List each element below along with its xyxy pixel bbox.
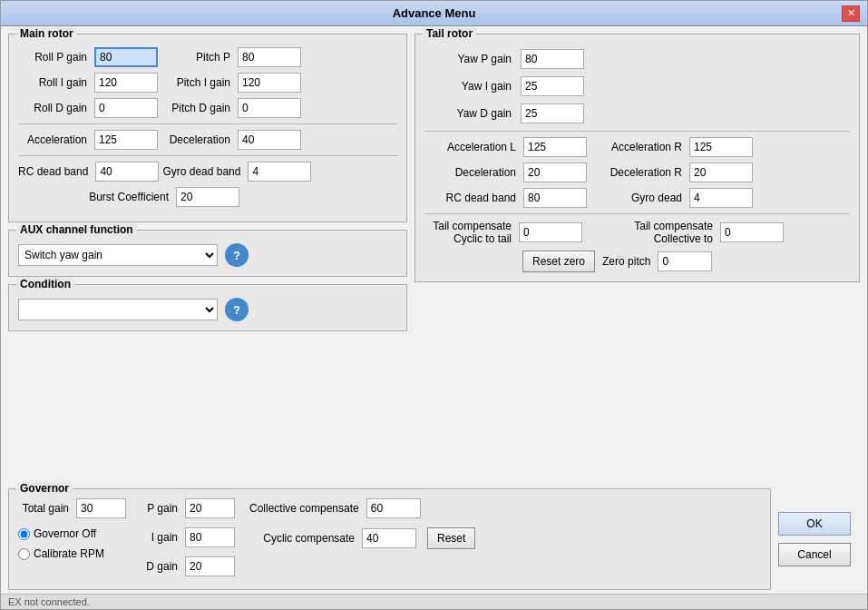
condition-help-button[interactable]: ? xyxy=(225,298,249,321)
reset-zero-row: Reset zero Zero pitch xyxy=(424,251,850,272)
governor-col2: P gain I gain D gain xyxy=(141,498,235,582)
governor-title: Governor xyxy=(16,482,73,495)
i-gain-input[interactable] xyxy=(185,527,235,547)
tail-comp-collective-label1: Tail compensate xyxy=(617,220,713,232)
acceleration-r-input[interactable] xyxy=(689,137,753,157)
acceleration-l-input[interactable] xyxy=(523,137,587,157)
acceleration-l-label: Acceleration L xyxy=(424,141,520,153)
left-panel: Main rotor Roll P gain Pitch P Roll I ga… xyxy=(8,34,407,477)
acceleration-input[interactable] xyxy=(94,130,158,150)
status-text: EX not connected. xyxy=(8,596,90,607)
ok-button[interactable]: OK xyxy=(778,512,851,536)
title-bar: Advance Menu ✕ xyxy=(1,1,867,26)
roll-d-gain-input[interactable] xyxy=(94,98,158,118)
yaw-d-gain-input[interactable] xyxy=(521,103,584,123)
close-button[interactable]: ✕ xyxy=(842,5,860,22)
acceleration-label: Acceleration xyxy=(18,133,91,146)
i-gain-row: I gain xyxy=(141,527,235,547)
d-gain-label: D gain xyxy=(141,560,181,573)
gyro-dead-band-input[interactable] xyxy=(248,162,311,182)
tail-comp-cyclic-label1: Tail compensate xyxy=(424,220,512,232)
aux-help-button[interactable]: ? xyxy=(225,243,249,267)
rc-dead-band-input[interactable] xyxy=(95,162,159,182)
roll-pitch-i-row: Roll I gain Pitch I gain xyxy=(18,73,397,93)
governor-group: Governor Total gain Governor Off Calibra… xyxy=(8,488,771,590)
yaw-i-gain-label: Yaw I gain xyxy=(424,80,515,93)
condition-title: Condition xyxy=(16,278,74,290)
pitch-i-gain-input[interactable] xyxy=(238,73,301,93)
right-panel: Tail rotor Yaw P gain Yaw I gain Yaw D xyxy=(414,34,860,477)
total-gain-input[interactable] xyxy=(76,498,126,518)
accel-decel-row: Acceleration Deceleration xyxy=(18,130,397,150)
collective-compensate-input[interactable] xyxy=(366,498,421,518)
reset-button[interactable]: Reset xyxy=(427,527,475,549)
tail-comp-cyclic-label2: Cyclic to tail xyxy=(424,232,512,245)
content-area: Main rotor Roll P gain Pitch P Roll I ga… xyxy=(1,26,867,485)
calibrate-rpm-radio[interactable] xyxy=(18,548,30,560)
governor-off-radio[interactable] xyxy=(18,528,30,540)
governor-col3: Collective compensate Cyclic compensate … xyxy=(249,498,475,555)
main-rotor-group: Main rotor Roll P gain Pitch P Roll I ga… xyxy=(8,34,407,222)
roll-d-gain-label: Roll D gain xyxy=(18,102,91,114)
window-title: Advance Menu xyxy=(26,6,842,20)
i-gain-label: I gain xyxy=(141,531,181,544)
tail-deceleration-input[interactable] xyxy=(523,162,587,182)
tail-accel-row: Acceleration L Acceleration R xyxy=(424,137,850,157)
tail-rc-dead-band-label: RC dead band xyxy=(424,192,520,204)
condition-dropdown[interactable] xyxy=(18,299,218,320)
collective-comp-row: Collective compensate xyxy=(249,498,475,518)
roll-pitch-p-row: Roll P gain Pitch P xyxy=(18,47,397,67)
roll-pitch-d-row: Roll D gain Pitch D gain xyxy=(18,98,397,118)
tail-comp-cyclic-input[interactable] xyxy=(519,222,582,242)
main-rotor-title: Main rotor xyxy=(16,27,77,40)
burst-coefficient-label: Burst Coefficient xyxy=(18,191,172,203)
yaw-p-row: Yaw P gain xyxy=(424,49,850,69)
yaw-d-row: Yaw D gain xyxy=(424,103,850,123)
tail-deceleration-label: Deceleration xyxy=(424,166,520,179)
calibrate-rpm-row: Calibrate RPM xyxy=(18,547,126,560)
pitch-d-gain-input[interactable] xyxy=(238,98,301,118)
burst-coefficient-input[interactable] xyxy=(176,187,239,207)
gyro-dead-label: Gyro dead xyxy=(590,192,686,204)
yaw-p-gain-input[interactable] xyxy=(521,49,584,69)
gyro-dead-input[interactable] xyxy=(689,188,753,208)
governor-off-label: Governor Off xyxy=(34,527,96,540)
cyclic-comp-row: Cyclic compensate Reset xyxy=(249,527,475,549)
roll-p-gain-label: Roll P gain xyxy=(18,51,91,64)
roll-i-gain-input[interactable] xyxy=(94,73,158,93)
bottom-section: Governor Total gain Governor Off Calibra… xyxy=(1,485,867,594)
tail-decel-row: Deceleration Deceleration R xyxy=(424,162,850,182)
condition-group: Condition ? xyxy=(8,284,407,331)
tail-rotor-group: Tail rotor Yaw P gain Yaw I gain Yaw D xyxy=(414,34,860,282)
deceleration-label: Deceleration xyxy=(161,133,234,146)
d-gain-input[interactable] xyxy=(185,556,235,576)
deceleration-r-input[interactable] xyxy=(689,162,753,182)
d-gain-row: D gain xyxy=(141,556,235,576)
roll-i-gain-label: Roll I gain xyxy=(18,76,91,89)
roll-p-gain-input[interactable] xyxy=(94,47,158,67)
tail-rc-dead-band-input[interactable] xyxy=(523,188,587,208)
cancel-button[interactable]: Cancel xyxy=(778,543,851,566)
tail-comp-collective-input[interactable] xyxy=(720,222,784,242)
p-gain-label: P gain xyxy=(141,502,181,515)
governor-off-row: Governor Off xyxy=(18,527,126,540)
cyclic-compensate-input[interactable] xyxy=(362,528,416,548)
tail-rotor-title: Tail rotor xyxy=(423,27,476,40)
deceleration-input[interactable] xyxy=(238,130,301,150)
yaw-i-gain-input[interactable] xyxy=(521,76,584,96)
yaw-p-gain-label: Yaw P gain xyxy=(424,53,515,65)
main-window: Advance Menu ✕ Main rotor Roll P gain Pi… xyxy=(0,0,868,610)
status-bar: EX not connected. xyxy=(1,594,867,609)
burst-row: Burst Coefficient xyxy=(18,187,397,207)
reset-zero-button[interactable]: Reset zero xyxy=(522,251,595,272)
aux-channel-dropdown[interactable]: Switch yaw gain None Governor xyxy=(18,244,218,266)
cyclic-compensate-label: Cyclic compensate xyxy=(249,532,358,545)
p-gain-input[interactable] xyxy=(185,498,235,518)
deceleration-r-label: Deceleration R xyxy=(590,166,686,179)
gyro-dead-band-label: Gyro dead band xyxy=(162,165,244,178)
zero-pitch-label: Zero pitch xyxy=(602,255,650,268)
pitch-p-input[interactable] xyxy=(238,47,301,67)
aux-channel-group: AUX channel function Switch yaw gain Non… xyxy=(8,230,407,277)
pitch-p-label: Pitch P xyxy=(161,51,234,64)
zero-pitch-input[interactable] xyxy=(658,251,712,271)
